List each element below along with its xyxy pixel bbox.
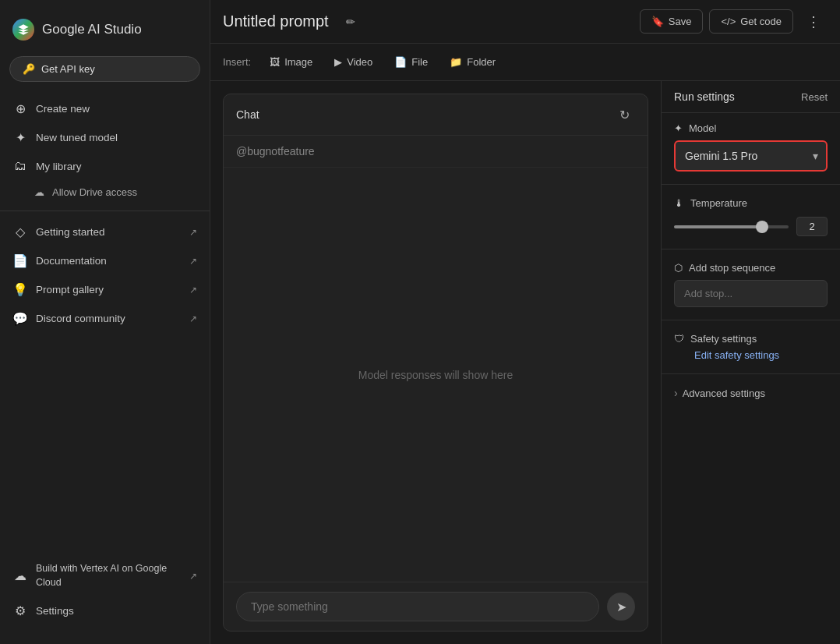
key-icon: 🔑 bbox=[23, 63, 35, 75]
chat-placeholder: Model responses will show here bbox=[358, 369, 513, 381]
external-link-icon-4: ↗ bbox=[189, 313, 197, 324]
chat-send-button[interactable]: ➤ bbox=[607, 593, 635, 621]
run-settings-header: Run settings Reset bbox=[662, 81, 840, 113]
chat-header: Chat ↻ bbox=[224, 94, 648, 136]
new-tuned-model-item[interactable]: ✦ New tuned model bbox=[0, 123, 210, 152]
create-new-item[interactable]: ⊕ Create new bbox=[0, 94, 210, 123]
video-icon: ▶ bbox=[334, 56, 342, 68]
run-settings-title: Run settings bbox=[674, 90, 735, 103]
thermometer-icon: 🌡 bbox=[674, 197, 684, 209]
insert-file-button[interactable]: 📄 File bbox=[385, 51, 437, 73]
more-options-button[interactable]: ⋮ bbox=[799, 8, 828, 36]
allow-drive-item[interactable]: ☁ Allow Drive access bbox=[0, 180, 210, 204]
insert-label: Insert: bbox=[223, 56, 251, 68]
sidebar-bottom: ☁ Build with Vertex AI on Google Cloud ↗… bbox=[0, 555, 210, 632]
library-icon: 🗂 bbox=[12, 159, 28, 173]
advanced-settings-toggle[interactable]: › Advanced settings bbox=[674, 387, 828, 399]
edit-title-button[interactable]: ✏ bbox=[337, 8, 365, 36]
insert-video-button[interactable]: ▶ Video bbox=[325, 51, 382, 73]
chat-body: Model responses will show here bbox=[224, 168, 648, 582]
main-content: Untitled prompt ✏ 🔖 Save </> Get code ⋮ … bbox=[210, 0, 840, 644]
shield-icon: 🛡 bbox=[674, 333, 684, 345]
getting-started-item[interactable]: ◇ Getting started ↗ bbox=[0, 218, 210, 246]
image-icon: 🖼 bbox=[270, 56, 280, 68]
run-settings-panel: Run settings Reset ✦ Model Gemini 1.5 Pr… bbox=[661, 81, 840, 644]
plus-circle-icon: ⊕ bbox=[12, 101, 28, 116]
external-link-icon: ↗ bbox=[189, 227, 197, 238]
chat-input[interactable] bbox=[236, 592, 599, 621]
temperature-slider[interactable] bbox=[674, 225, 789, 228]
doc-icon: 📄 bbox=[12, 253, 28, 268]
chat-title: Chat bbox=[236, 108, 259, 121]
save-button[interactable]: 🔖 Save bbox=[640, 9, 704, 34]
chevron-right-icon: › bbox=[674, 387, 678, 399]
build-vertex-item[interactable]: ☁ Build with Vertex AI on Google Cloud ↗ bbox=[0, 555, 210, 596]
temperature-label: 🌡 Temperature bbox=[674, 197, 828, 209]
stop-sequence-section: ⬡ Add stop sequence bbox=[662, 253, 840, 317]
model-select[interactable]: Gemini 1.5 Pro Gemini 1.5 Flash Gemini 1… bbox=[676, 142, 826, 170]
app-title: Google AI Studio bbox=[42, 22, 142, 37]
settings-divider-1 bbox=[662, 184, 840, 185]
temperature-section: 🌡 Temperature 2 bbox=[662, 188, 840, 246]
save-icon: 🔖 bbox=[651, 16, 664, 27]
my-library-item[interactable]: 🗂 My library bbox=[0, 152, 210, 180]
documentation-item[interactable]: 📄 Documentation ↗ bbox=[0, 246, 210, 275]
advanced-settings-section: › Advanced settings bbox=[662, 377, 840, 409]
model-section: ✦ Model Gemini 1.5 Pro Gemini 1.5 Flash … bbox=[662, 113, 840, 181]
logo-icon bbox=[12, 19, 34, 41]
settings-item[interactable]: ⚙ Settings bbox=[0, 596, 210, 625]
edit-safety-link[interactable]: Edit safety settings bbox=[674, 349, 828, 361]
file-icon: 📄 bbox=[394, 56, 407, 68]
discord-icon: 💬 bbox=[12, 311, 28, 326]
insert-folder-button[interactable]: 📁 Folder bbox=[440, 51, 505, 73]
settings-icon: ⚙ bbox=[12, 603, 28, 618]
at-mention-area: @bugnotfeature bbox=[224, 136, 648, 168]
get-code-button[interactable]: </> Get code bbox=[709, 9, 793, 34]
safety-section: 🛡 Safety settings Edit safety settings bbox=[662, 324, 840, 370]
model-select-wrapper: Gemini 1.5 Pro Gemini 1.5 Flash Gemini 1… bbox=[674, 140, 828, 172]
sidebar-divider-1 bbox=[0, 211, 210, 211]
model-icon: ✦ bbox=[674, 122, 683, 134]
chat-refresh-button[interactable]: ↻ bbox=[613, 104, 635, 126]
get-api-key-button[interactable]: 🔑 Get API key bbox=[9, 56, 200, 82]
topbar: Untitled prompt ✏ 🔖 Save </> Get code ⋮ bbox=[210, 0, 840, 44]
at-mention-text: @bugnotfeature bbox=[236, 145, 315, 157]
stop-sequence-input[interactable] bbox=[674, 280, 828, 307]
tune-icon: ✦ bbox=[12, 130, 28, 145]
prompt-title: Untitled prompt bbox=[223, 12, 329, 30]
insert-bar: Insert: 🖼 Image ▶ Video 📄 File 📁 Folder bbox=[210, 44, 840, 81]
external-link-icon-2: ↗ bbox=[189, 256, 197, 267]
stop-sequence-label: ⬡ Add stop sequence bbox=[674, 262, 828, 274]
refresh-icon: ↻ bbox=[619, 108, 630, 122]
app-logo: Google AI Studio bbox=[0, 12, 210, 56]
send-icon: ➤ bbox=[616, 600, 626, 614]
safety-label: 🛡 Safety settings bbox=[674, 333, 828, 345]
settings-divider-2 bbox=[662, 249, 840, 249]
chat-input-area: ➤ bbox=[224, 582, 648, 631]
reset-button[interactable]: Reset bbox=[801, 91, 828, 103]
content-area: Chat ↻ @bugnotfeature Model responses wi… bbox=[210, 81, 840, 644]
temperature-value: 2 bbox=[796, 217, 828, 236]
external-link-icon-3: ↗ bbox=[189, 285, 197, 295]
model-label: ✦ Model bbox=[674, 122, 828, 134]
chat-panel: Chat ↻ @bugnotfeature Model responses wi… bbox=[210, 81, 661, 644]
code-icon: </> bbox=[721, 16, 736, 27]
topbar-actions: 🔖 Save </> Get code ⋮ bbox=[640, 8, 828, 36]
stop-icon: ⬡ bbox=[674, 262, 683, 274]
drive-icon: ☁ bbox=[34, 186, 44, 198]
settings-divider-4 bbox=[662, 373, 840, 374]
temperature-control: 2 bbox=[674, 217, 828, 236]
topbar-title-area: Untitled prompt ✏ bbox=[223, 8, 634, 36]
external-link-icon-5: ↗ bbox=[189, 571, 197, 582]
prompt-gallery-item[interactable]: 💡 Prompt gallery ↗ bbox=[0, 275, 210, 304]
cloud-icon: ☁ bbox=[12, 568, 28, 583]
chat-container: Chat ↻ @bugnotfeature Model responses wi… bbox=[223, 94, 648, 632]
insert-image-button[interactable]: 🖼 Image bbox=[260, 51, 322, 73]
discord-item[interactable]: 💬 Discord community ↗ bbox=[0, 304, 210, 333]
help-icon: ◇ bbox=[12, 225, 28, 239]
sidebar: Google AI Studio 🔑 Get API key ⊕ Create … bbox=[0, 0, 210, 644]
folder-icon: 📁 bbox=[450, 56, 462, 68]
settings-divider-3 bbox=[662, 320, 840, 320]
gallery-icon: 💡 bbox=[12, 282, 28, 297]
